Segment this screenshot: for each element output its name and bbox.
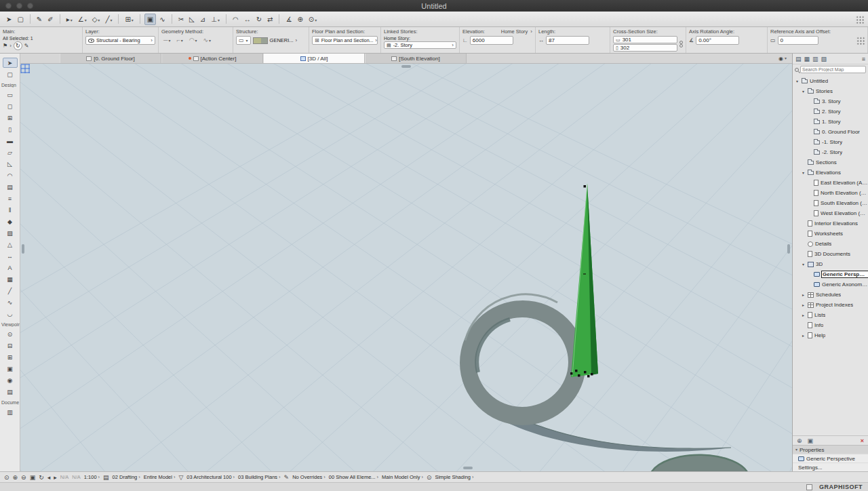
length-input[interactable]: 87 bbox=[546, 36, 589, 45]
tool-window-button[interactable]: ⊞ bbox=[3, 113, 18, 123]
tool-dimension-button[interactable]: ↔ bbox=[3, 251, 18, 261]
tool-curtain-wall-button[interactable]: ▤ bbox=[3, 182, 18, 192]
tree-item-elevations[interactable]: ▾Elevations bbox=[793, 168, 868, 178]
tool-roof-button[interactable]: ◺ bbox=[3, 159, 18, 169]
show-organizer-icon[interactable]: ▣ bbox=[808, 437, 814, 444]
tree-item-stories[interactable]: ▾Stories bbox=[793, 86, 868, 96]
tree-item-2-story[interactable]: 2. Story bbox=[793, 106, 868, 117]
properties-settings-row[interactable]: Settings... bbox=[793, 463, 868, 471]
zoom-in-icon[interactable]: ⊕ bbox=[13, 474, 18, 481]
zoom-window-button[interactable] bbox=[27, 3, 33, 9]
pane-splitter-bottom[interactable] bbox=[463, 467, 473, 469]
select-arrow-button[interactable]: ➤ bbox=[4, 14, 14, 24]
trim-button[interactable]: ✂ bbox=[176, 14, 186, 24]
tree-item-3-story[interactable]: 3. Story bbox=[793, 96, 868, 106]
pane-splitter-left[interactable] bbox=[22, 244, 24, 254]
tree-item-details[interactable]: Details bbox=[793, 239, 868, 249]
menu-icon[interactable]: ≡ bbox=[862, 56, 865, 62]
view-map-icon[interactable]: ▦ bbox=[804, 56, 810, 62]
tool-interior-elevation-button[interactable]: ▣ bbox=[3, 364, 18, 374]
stretch-button[interactable]: ↔ bbox=[242, 14, 253, 24]
properties-header[interactable]: ▾ Properties bbox=[793, 445, 868, 454]
tree-item-2-story[interactable]: -2. Story bbox=[793, 147, 868, 157]
tool-shell-button[interactable]: ◠ bbox=[3, 170, 18, 180]
fit-in-window-icon[interactable]: ▣ bbox=[30, 474, 36, 481]
toolbar-anchor-grid-icon[interactable] bbox=[855, 15, 864, 24]
tree-item-worksheets[interactable]: Worksheets bbox=[793, 229, 868, 239]
suspend-groups-button[interactable]: ▣ bbox=[144, 14, 156, 25]
cursor-mode-button[interactable]: ▸▾ bbox=[64, 14, 75, 24]
grid-snap-button[interactable]: ⊞▾ bbox=[123, 14, 135, 24]
mirror-button[interactable]: ⇄ bbox=[265, 14, 275, 24]
publisher-icon[interactable]: ▧ bbox=[821, 56, 827, 62]
tool-line-button[interactable]: ╱ bbox=[3, 286, 18, 296]
delete-icon[interactable]: × bbox=[861, 437, 864, 444]
project-map-icon[interactable]: ▤ bbox=[795, 56, 802, 62]
style-icon-icon[interactable]: ⊙ bbox=[427, 474, 432, 481]
tool-beam-button[interactable]: ▬ bbox=[3, 136, 18, 146]
rotate-control-button[interactable]: ↻ bbox=[14, 41, 22, 50]
tool-marquee-button[interactable]: ▢ bbox=[3, 69, 18, 79]
3d-style-selector[interactable]: Simple Shading› bbox=[435, 474, 473, 480]
tree-item-generic-axonometry[interactable]: Generic Axonometry bbox=[793, 279, 868, 290]
tool-polyline-button[interactable]: ∿ bbox=[3, 297, 18, 307]
expander-icon[interactable]: ▸ bbox=[801, 302, 806, 307]
graphic-override-selector[interactable]: No Overrides› bbox=[292, 474, 326, 480]
tool-stair-button[interactable]: ≡ bbox=[3, 193, 18, 203]
pencil-button[interactable]: ✎ bbox=[35, 14, 44, 24]
tool-worksheet-button[interactable]: ▤ bbox=[3, 387, 18, 397]
tool-wall-button[interactable]: ▭ bbox=[3, 90, 18, 100]
layer-combination-selector[interactable]: 02 Drafting› bbox=[113, 474, 140, 480]
geometry-spline-button[interactable]: ∿▾ bbox=[201, 36, 214, 44]
expander-icon[interactable]: ▾ bbox=[801, 89, 806, 94]
material-swatch[interactable] bbox=[253, 37, 268, 44]
split-button[interactable]: ◺ bbox=[187, 14, 197, 24]
properties-viewpoint-row[interactable]: Generic Perspective bbox=[793, 454, 868, 463]
tool-fill-button[interactable]: ▦ bbox=[3, 274, 18, 284]
expander-icon[interactable]: ▾ bbox=[801, 262, 806, 267]
rotate-button[interactable]: ↻ bbox=[254, 14, 264, 24]
elevation-input[interactable]: 6000 bbox=[470, 36, 513, 45]
tree-item-help[interactable]: ▸Help bbox=[793, 330, 868, 340]
pen-set-selector[interactable]: 03 Architectural 100› bbox=[186, 474, 235, 480]
reference-offset-input[interactable]: 0 bbox=[778, 36, 818, 45]
tree-item-untitled[interactable]: ▾Untitled bbox=[793, 76, 868, 86]
tool-text-button[interactable]: A bbox=[3, 262, 18, 273]
tab-3d-all[interactable]: [3D / All] bbox=[263, 54, 365, 63]
pen-set-icon-icon[interactable]: ▽ bbox=[178, 474, 183, 481]
favorites-icon[interactable]: ⚑ bbox=[3, 43, 7, 49]
expander-icon[interactable]: ▾ bbox=[801, 170, 806, 175]
link-values-toggle[interactable] bbox=[679, 41, 683, 47]
expander-icon[interactable]: ▾ bbox=[795, 79, 800, 83]
axis-rotation-input[interactable]: 0.00° bbox=[696, 36, 739, 45]
tool-column-button[interactable]: ▯ bbox=[3, 124, 18, 134]
tree-item-east-elevation-auto[interactable]: East Elevation (Auto... bbox=[793, 178, 868, 188]
tool-elevation-button[interactable]: ⊞ bbox=[3, 352, 18, 362]
edit-pencil-icon[interactable]: ✎ bbox=[24, 43, 29, 49]
new-viewpoint-icon[interactable]: ⊕ bbox=[797, 437, 802, 444]
tree-item-sections[interactable]: Sections bbox=[793, 157, 868, 168]
anchor-point-picker[interactable] bbox=[856, 36, 865, 45]
annotate-button[interactable]: ⊕ bbox=[295, 14, 304, 24]
tool-morph-button[interactable]: ◆ bbox=[3, 216, 18, 227]
tool-section-button[interactable]: ⊟ bbox=[3, 340, 18, 351]
cross-section-width-input[interactable]: ▭ 301 bbox=[613, 36, 677, 43]
cross-section-height-input[interactable]: ▯ 302 bbox=[613, 44, 677, 52]
partial-structure-selector[interactable]: Main Model Only› bbox=[382, 474, 423, 480]
snap-guide-button[interactable]: ╱▾ bbox=[103, 14, 114, 24]
close-window-button[interactable] bbox=[5, 3, 12, 9]
geometry-straight-button[interactable]: ─▾ bbox=[161, 36, 172, 44]
tree-item-1-story[interactable]: 1. Story bbox=[793, 117, 868, 127]
layout-book-icon[interactable]: ▥ bbox=[812, 56, 818, 62]
structure-type-button[interactable]: ▭ ▾ bbox=[236, 36, 251, 45]
tree-item-schedules[interactable]: ▸Schedules bbox=[793, 290, 868, 300]
minimize-window-button[interactable] bbox=[16, 3, 22, 9]
orbit-icon[interactable]: ↻ bbox=[39, 474, 44, 481]
elevation-home-story[interactable]: Home Story bbox=[501, 28, 528, 35]
view-settings-dropdown[interactable]: ◉ ▾ bbox=[773, 54, 792, 63]
tool-slab-button[interactable]: ▱ bbox=[3, 147, 18, 157]
pane-splitter-top[interactable] bbox=[401, 65, 411, 68]
expander-icon[interactable]: ▸ bbox=[801, 333, 806, 338]
home-story-selector[interactable]: ▤ -2. Story › bbox=[384, 41, 456, 49]
snap-point-button[interactable]: ◇▾ bbox=[90, 14, 102, 24]
